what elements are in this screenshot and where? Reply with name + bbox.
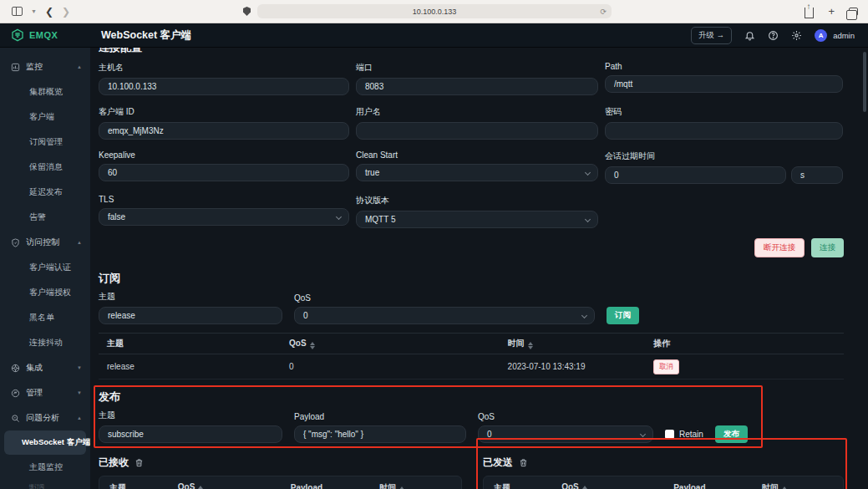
host-input[interactable] — [99, 78, 349, 95]
tls-select[interactable]: false — [99, 208, 349, 226]
sidebar-item-flapping-detect[interactable]: 连接抖动 — [0, 330, 90, 355]
publish-payload-input[interactable] — [294, 425, 466, 443]
sort-icon[interactable] — [399, 486, 404, 489]
share-icon[interactable] — [805, 8, 814, 18]
chevron-down-icon: ▼ — [77, 390, 82, 395]
session-expiry-input[interactable] — [605, 166, 786, 184]
cell-qos: 0 — [289, 362, 508, 371]
sidebar-item-alarms[interactable]: 告警 — [0, 205, 90, 230]
clean-start-value: true — [365, 168, 379, 177]
publish-button[interactable]: 发布 — [715, 425, 748, 443]
privacy-shield-icon[interactable] — [243, 7, 251, 16]
col-time[interactable]: 时间 — [762, 482, 833, 489]
tab-overview-icon[interactable] — [849, 8, 858, 16]
connection-form: 主机名 端口 Path 客户端 ID 用户名 密码 — [99, 62, 844, 228]
sort-icon[interactable] — [528, 342, 533, 349]
main-content: 连接配置 主机名 端口 Path 客户端 ID 用户名 — [90, 48, 868, 489]
chevron-down-icon[interactable]: ▼ — [31, 8, 37, 14]
chevron-down-icon: ▼ — [77, 365, 82, 370]
sidebar-item-delayed-publish[interactable]: 延迟发布 — [0, 180, 90, 205]
publish-qos-select[interactable]: 0 — [478, 425, 653, 443]
retain-checkbox[interactable] — [665, 430, 674, 439]
chevron-up-icon: ▲ — [77, 415, 82, 420]
col-qos[interactable]: QoS — [561, 482, 673, 489]
path-input[interactable] — [605, 75, 843, 93]
upgrade-button[interactable]: 升级 → — [691, 27, 732, 44]
subscribe-topic-input[interactable] — [99, 307, 282, 324]
sidebar-item-blacklist[interactable]: 黑名单 — [0, 305, 90, 330]
browser-sidebar-icon[interactable] — [12, 7, 23, 16]
sort-icon[interactable] — [198, 486, 203, 489]
new-tab-icon[interactable]: + — [828, 5, 835, 18]
sidebar-item-slow-subscriptions[interactable]: 慢订阅 — [0, 480, 90, 489]
logo-text: EMQX — [29, 30, 58, 40]
publish-form: 主题 Payload QoS 0 Retain — [99, 410, 844, 443]
sidebar-item-client-authorization[interactable]: 客户端授权 — [0, 280, 90, 305]
col-payload: Payload — [291, 483, 379, 489]
col-qos[interactable]: QoS — [289, 339, 508, 349]
sidebar-group-monitoring[interactable]: 监控 ▲ — [0, 54, 90, 79]
bell-icon[interactable] — [744, 30, 755, 41]
host-field: 主机名 — [99, 62, 349, 95]
browser-forward-button[interactable]: ❯ — [62, 6, 70, 18]
gear-icon[interactable] — [791, 30, 802, 41]
sidebar-item-retained-messages[interactable]: 保留消息 — [0, 155, 90, 180]
sidebar-item-client-authentication[interactable]: 客户端认证 — [0, 255, 90, 280]
browser-back-button[interactable]: ❮ — [45, 6, 53, 18]
col-topic: 主题 — [494, 482, 561, 489]
reload-icon[interactable]: ⟳ — [600, 8, 607, 16]
sidebar-group-access-control[interactable]: 访问控制 ▲ — [0, 230, 90, 255]
keepalive-input[interactable] — [99, 164, 349, 181]
sort-icon[interactable] — [582, 486, 587, 489]
disconnect-button[interactable]: 断开连接 — [754, 238, 805, 257]
path-field: Path — [605, 62, 843, 95]
clear-received-trash-icon[interactable] — [135, 458, 144, 467]
tls-value: false — [108, 212, 125, 222]
tls-label: TLS — [99, 195, 349, 204]
client-id-input[interactable] — [99, 122, 349, 140]
diagnose-icon — [11, 414, 20, 423]
sidebar-item-websocket-client[interactable]: WebSocket 客户端 — [4, 430, 86, 455]
unsubscribe-button[interactable]: 取消 — [653, 359, 679, 374]
protocol-select[interactable]: MQTT 5 — [356, 211, 598, 228]
app-header: EMQX WebSocket 客户端 升级 → A admin — [0, 23, 868, 48]
username-input[interactable] — [356, 122, 598, 140]
protocol-value: MQTT 5 — [365, 215, 395, 224]
publish-topic-input[interactable] — [99, 425, 282, 443]
sidebar-group-diagnose[interactable]: 问题分析 ▲ — [0, 405, 90, 430]
sidebar-group-integration[interactable]: 集成 ▼ — [0, 355, 90, 380]
sort-icon[interactable] — [310, 342, 315, 349]
address-bar[interactable]: 10.100.0.133 ⟳ — [257, 4, 612, 18]
subscribe-qos-select[interactable]: 0 — [294, 307, 595, 324]
sidebar-group-label: 集成 — [26, 362, 43, 374]
password-input[interactable] — [605, 122, 843, 140]
scrollbar-thumb[interactable] — [863, 52, 866, 112]
clean-start-field: Clean Start true — [356, 150, 598, 184]
sort-icon[interactable] — [782, 486, 787, 489]
sidebar-item-cluster-overview[interactable]: 集群概览 — [0, 79, 90, 104]
clean-start-select[interactable]: true — [356, 164, 598, 181]
username-text[interactable]: admin — [833, 31, 855, 40]
emqx-logo[interactable]: EMQX — [0, 28, 90, 42]
subscribe-qos-field: QoS 0 — [294, 293, 595, 324]
col-time[interactable]: 时间 — [508, 338, 653, 349]
subscribe-button[interactable]: 订阅 — [607, 307, 639, 324]
col-payload: Payload — [673, 483, 762, 489]
sidebar-group-management[interactable]: 管理 ▼ — [0, 380, 90, 405]
port-field: 端口 — [356, 62, 598, 95]
subscriptions-table-header: 主题 QoS 时间 操作 — [99, 333, 844, 354]
sidebar-item-subscriptions[interactable]: 订阅管理 — [0, 130, 90, 155]
sidebar-item-clients[interactable]: 客户端 — [0, 104, 90, 130]
retain-field: Retain — [665, 425, 703, 443]
help-icon[interactable] — [768, 30, 779, 41]
received-section: 已接收 主题 QoS Payload 时间 release 0 XCOM 202… — [99, 456, 462, 489]
avatar[interactable]: A — [815, 29, 827, 42]
clear-sent-trash-icon[interactable] — [519, 458, 528, 467]
col-qos[interactable]: QoS — [178, 482, 291, 489]
port-input[interactable] — [356, 78, 598, 95]
page-title: WebSocket 客户端 — [101, 28, 191, 43]
sidebar-item-topic-metrics[interactable]: 主题监控 — [0, 455, 90, 480]
chevron-up-icon: ▲ — [77, 64, 82, 69]
col-time[interactable]: 时间 — [379, 482, 451, 489]
connect-button[interactable]: 连接 — [811, 238, 844, 257]
